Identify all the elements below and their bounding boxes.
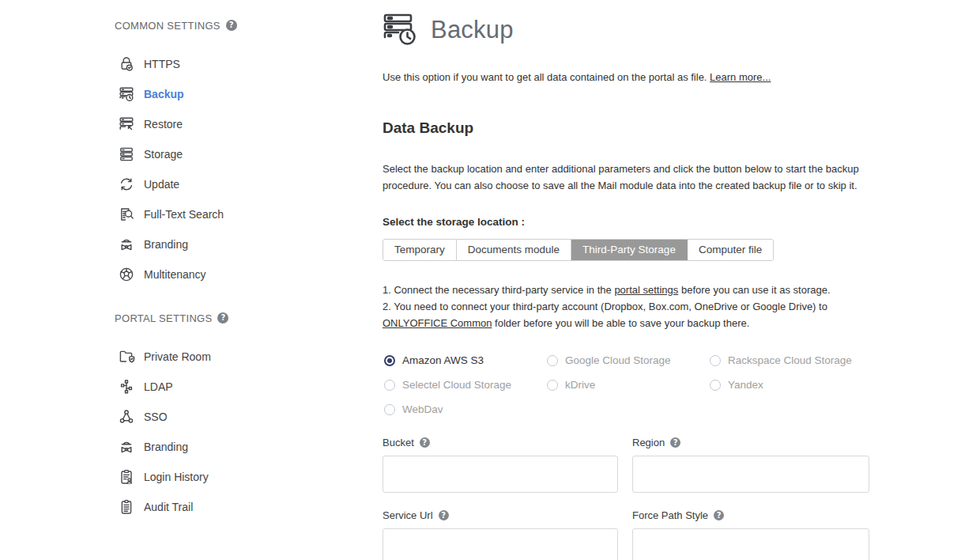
radio-icon — [710, 355, 721, 366]
region-input[interactable] — [632, 456, 869, 493]
page-header: Backup — [383, 0, 871, 48]
login-history-icon — [118, 468, 135, 486]
service-url-input[interactable] — [383, 528, 618, 560]
sidebar-item-label: SSO — [144, 411, 168, 423]
sidebar-item-storage[interactable]: Storage — [115, 139, 368, 169]
common-settings-title: COMMON SETTINGS — [115, 20, 220, 32]
tab-documents-module[interactable]: Documents module — [457, 240, 571, 260]
radio-label: Yandex — [728, 379, 763, 391]
backup-icon — [118, 85, 135, 103]
help-icon[interactable] — [670, 437, 680, 448]
sidebar-section-gap — [115, 289, 368, 310]
sidebar-item-label: HTTPS — [144, 58, 180, 70]
sidebar-item-sso[interactable]: SSO — [115, 402, 368, 432]
radio-icon — [710, 380, 721, 391]
common-settings-list: HTTPS Backup — [115, 49, 368, 289]
sidebar-item-https[interactable]: HTTPS — [115, 49, 368, 79]
sidebar-item-label: Multitenancy — [144, 268, 206, 281]
sidebar-item-ldap[interactable]: LDAP — [115, 372, 368, 402]
backup-page-icon — [383, 12, 420, 48]
bucket-input[interactable] — [383, 456, 618, 493]
force-path-style-field-group: Force Path Style — [632, 509, 869, 560]
sidebar-item-update[interactable]: Update — [115, 169, 368, 199]
data-backup-heading: Data Backup — [383, 119, 871, 137]
restore-icon — [118, 115, 135, 133]
instruction-2-text: 2. You need to connect your third-party … — [383, 301, 827, 312]
learn-more-link[interactable]: Learn more... — [710, 71, 771, 83]
intro-paragraph: Use this option if you want to get all d… — [383, 70, 871, 85]
backup-description: Select the backup location and enter add… — [383, 161, 869, 194]
sidebar-item-private-room[interactable]: Private Room — [115, 342, 368, 372]
region-label: Region — [632, 437, 665, 448]
radio-amazon-aws-s3[interactable]: Amazon AWS S3 — [384, 354, 547, 366]
radio-icon — [384, 380, 395, 391]
sidebar-item-label: Restore — [144, 118, 183, 131]
sidebar-item-label: Private Room — [144, 350, 211, 363]
radio-label: Amazon AWS S3 — [402, 354, 484, 366]
radio-kdrive[interactable]: kDrive — [547, 379, 710, 391]
tab-computer-file[interactable]: Computer file — [688, 240, 773, 260]
portal-settings-header: PORTAL SETTINGS — [115, 310, 368, 326]
radio-selectel-cloud-storage[interactable]: Selectel Cloud Storage — [384, 379, 547, 391]
force-path-style-label: Force Path Style — [632, 509, 708, 521]
portal-settings-list: Private Room LDAP — [115, 342, 368, 522]
radio-icon — [547, 380, 558, 391]
portal-settings-title: PORTAL SETTINGS — [115, 312, 212, 324]
sidebar-item-backup[interactable]: Backup — [115, 79, 368, 109]
tab-third-party-storage[interactable]: Third-Party Storage — [571, 240, 688, 260]
service-url-field-group: Service Url — [383, 509, 618, 560]
page-title: Backup — [431, 16, 514, 44]
sidebar-item-branding[interactable]: Branding — [115, 229, 368, 259]
branding-icon — [118, 236, 135, 253]
settings-page: COMMON SETTINGS HTTPS — [0, 0, 980, 560]
sidebar-item-label: Update — [144, 178, 179, 191]
radio-label: Rackspace Cloud Storage — [728, 354, 852, 366]
radio-label: Selectel Cloud Storage — [402, 379, 511, 391]
fulltext-search-icon — [118, 206, 135, 223]
sidebar-item-login-history[interactable]: Login History — [115, 462, 368, 492]
bucket-field-group: Bucket — [383, 437, 618, 493]
force-path-style-label-row: Force Path Style — [632, 509, 869, 521]
sidebar-item-label: Backup — [144, 88, 184, 100]
bucket-label: Bucket — [383, 437, 414, 448]
sidebar-item-label: Full-Text Search — [144, 208, 224, 221]
sidebar-item-multitenancy[interactable]: Multitenancy — [115, 259, 368, 289]
audit-trail-icon — [118, 498, 135, 516]
radio-webdav[interactable]: WebDav — [384, 403, 547, 415]
onlyoffice-common-link[interactable]: ONLYOFFICE Common — [383, 317, 492, 329]
sidebar-item-audit-trail[interactable]: Audit Trail — [115, 492, 368, 522]
private-room-icon — [118, 348, 135, 365]
force-path-style-input[interactable] — [632, 528, 869, 560]
portal-settings-link[interactable]: portal settings — [614, 284, 678, 296]
sidebar-item-label: Login History — [144, 471, 209, 483]
sidebar-item-label: Audit Trail — [144, 501, 193, 513]
instruction-2-text-end: folder before you will be able to save y… — [492, 317, 749, 329]
sidebar-item-label: Storage — [144, 148, 183, 161]
help-icon[interactable] — [420, 437, 430, 448]
radio-rackspace-cloud-storage[interactable]: Rackspace Cloud Storage — [710, 354, 871, 366]
ldap-icon — [118, 378, 135, 395]
sidebar-item-label: Branding — [144, 238, 188, 251]
common-settings-header: COMMON SETTINGS — [115, 17, 368, 33]
tab-temporary[interactable]: Temporary — [383, 240, 457, 260]
radio-label: WebDav — [402, 403, 443, 415]
help-icon[interactable] — [439, 510, 449, 520]
radio-icon — [547, 355, 558, 366]
radio-label: Google Cloud Storage — [565, 354, 671, 366]
sidebar-item-branding-portal[interactable]: Branding — [115, 432, 368, 462]
intro-text: Use this option if you want to get all d… — [383, 71, 710, 83]
s3-settings-form: Bucket Region Service Url — [383, 437, 871, 560]
help-icon[interactable] — [714, 510, 724, 520]
backup-settings-main: Backup Use this option if you want to ge… — [383, 0, 871, 560]
instruction-1-text: 1. Connect the necessary third-party ser… — [383, 284, 614, 296]
sidebar-item-restore[interactable]: Restore — [115, 109, 368, 139]
help-icon[interactable] — [226, 20, 237, 31]
radio-yandex[interactable]: Yandex — [710, 379, 871, 391]
multitenancy-icon — [118, 266, 135, 283]
help-icon[interactable] — [217, 312, 228, 324]
sidebar-item-fulltext-search[interactable]: Full-Text Search — [115, 199, 368, 229]
radio-google-cloud-storage[interactable]: Google Cloud Storage — [547, 354, 710, 366]
service-url-label: Service Url — [383, 509, 433, 521]
update-icon — [118, 176, 135, 193]
sidebar-item-label: Branding — [144, 441, 188, 453]
